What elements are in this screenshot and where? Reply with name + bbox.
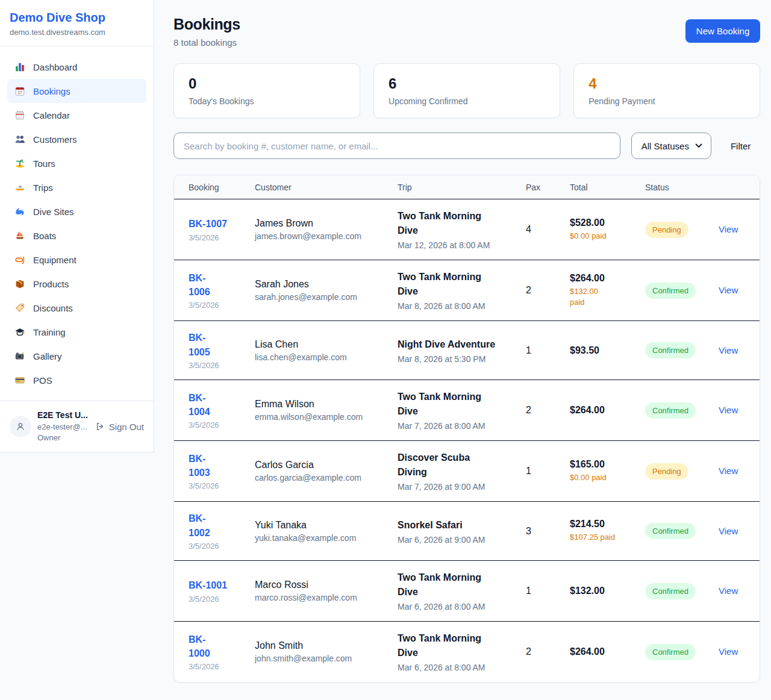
- sign-out-button[interactable]: Sign Out: [95, 422, 144, 432]
- column-header-actions: [719, 175, 745, 199]
- booking-id-link[interactable]: BK- 1000: [189, 633, 210, 660]
- wave-icon: [14, 206, 25, 217]
- customer-email: marco.rossi@example.com: [255, 593, 390, 602]
- customer-name: Sarah Jones: [255, 279, 390, 290]
- page-header: Bookings 8 total bookings New Booking: [173, 16, 760, 48]
- new-booking-button[interactable]: New Booking: [685, 19, 760, 43]
- sailboat-icon: [14, 230, 25, 241]
- total-amount: $93.50: [570, 345, 638, 356]
- booking-id-link[interactable]: BK- 1004: [189, 391, 210, 419]
- sidebar-item-label: Customers: [33, 134, 77, 145]
- sidebar-item-label: Boats: [33, 231, 56, 241]
- sidebar-item-gallery[interactable]: Gallery: [7, 344, 146, 368]
- sidebar-item-dashboard[interactable]: Dashboard: [7, 55, 146, 79]
- sidebar-item-bookings[interactable]: 17 Bookings: [7, 79, 146, 103]
- user-email: e2e-tester@...: [37, 422, 88, 432]
- stat-label: Today's Bookings: [189, 96, 345, 106]
- sidebar-item-label: Dashboard: [33, 62, 77, 72]
- avatar: [10, 416, 31, 437]
- column-header-pax: Pax: [526, 175, 570, 199]
- view-link[interactable]: View: [719, 646, 738, 657]
- sidebar-item-label: POS: [33, 375, 52, 386]
- paid-amount: $0.00 paid: [570, 231, 638, 242]
- trip-time: Mar 7, 2026 at 8:00 AM: [398, 421, 519, 431]
- booking-id-link[interactable]: BK- 1006: [189, 271, 210, 299]
- booking-id-link[interactable]: BK-1007: [189, 217, 227, 231]
- sidebar-item-label: Training: [33, 327, 66, 337]
- view-link[interactable]: View: [719, 526, 738, 536]
- user-meta: E2E Test U... e2e-tester@... Owner: [37, 410, 88, 443]
- sidebar-footer: E2E Test U... e2e-tester@... Owner Sign …: [0, 401, 154, 452]
- sidebar-item-label: Trips: [33, 183, 53, 193]
- stat-value: 6: [389, 75, 545, 92]
- total-amount: $528.00: [570, 217, 638, 228]
- customer-name: Marco Rossi: [255, 580, 390, 590]
- camera-icon: [14, 351, 25, 361]
- page-title: Bookings: [173, 16, 240, 33]
- paid-amount: $132.00 paid: [570, 286, 638, 308]
- main-content: Bookings 8 total bookings New Booking 0 …: [154, 0, 771, 700]
- status-badge: Pending: [645, 222, 688, 238]
- customer-name: Yuki Tanaka: [255, 520, 390, 531]
- status-badge: Confirmed: [645, 644, 696, 660]
- pax-count: 4: [526, 224, 570, 235]
- booking-id-link[interactable]: BK-1001: [189, 578, 227, 592]
- brand: Demo Dive Shop demo.test.divestreams.com: [0, 0, 154, 46]
- view-link[interactable]: View: [719, 466, 738, 476]
- sidebar-item-trips[interactable]: Trips: [7, 175, 146, 199]
- package-icon: [14, 278, 25, 289]
- sidebar-item-discounts[interactable]: Discounts: [7, 296, 146, 320]
- booking-id-link[interactable]: BK- 1003: [189, 452, 210, 480]
- search-input[interactable]: [173, 133, 620, 159]
- status-select[interactable]: All Statuses: [631, 133, 711, 159]
- sidebar-item-boats[interactable]: Boats: [7, 223, 146, 248]
- stats-row: 0 Today's Bookings 6 Upcoming Confirmed …: [173, 63, 760, 118]
- view-link[interactable]: View: [719, 586, 738, 596]
- pax-count: 2: [526, 646, 570, 657]
- user-name: E2E Test U...: [37, 410, 88, 421]
- trip-name: Discover Scuba Diving: [398, 451, 519, 480]
- stat-value: 4: [588, 75, 745, 92]
- stat-card-upcoming-confirmed: 6 Upcoming Confirmed: [373, 63, 560, 118]
- booking-date: 3/5/2026: [189, 542, 248, 551]
- sidebar-item-equipment[interactable]: Equipment: [7, 248, 146, 272]
- table-row: BK-10073/5/2026 James Brownjames.brown@e…: [174, 199, 760, 260]
- sidebar-item-label: Discounts: [33, 303, 73, 313]
- booking-id-link[interactable]: BK- 1002: [189, 511, 210, 539]
- sidebar-item-calendar[interactable]: Calendar: [7, 103, 146, 127]
- customer-name: Lisa Chen: [255, 339, 390, 350]
- pax-count: 1: [526, 345, 570, 356]
- sidebar-item-customers[interactable]: Customers: [7, 127, 146, 151]
- brand-name: Demo Dive Shop: [10, 11, 144, 25]
- sidebar-item-pos[interactable]: POS: [7, 368, 146, 392]
- column-header-trip: Trip: [398, 175, 526, 199]
- trip-name: Two Tank Morning Dive: [398, 209, 519, 238]
- view-link[interactable]: View: [719, 224, 738, 234]
- table-row: BK-10013/5/2026 Marco Rossimarco.rossi@e…: [174, 561, 760, 622]
- view-link[interactable]: View: [719, 345, 738, 355]
- status-badge: Pending: [645, 463, 688, 480]
- sidebar-item-products[interactable]: Products: [7, 272, 146, 296]
- calendar-icon: 17: [14, 86, 25, 96]
- sidebar-item-dive-sites[interactable]: Dive Sites: [7, 199, 146, 223]
- view-link[interactable]: View: [719, 405, 738, 415]
- column-header-total: Total: [570, 175, 645, 199]
- column-header-customer: Customer: [255, 175, 398, 199]
- sidebar-item-tours[interactable]: Tours: [7, 151, 146, 175]
- customer-name: Emma Wilson: [255, 399, 390, 410]
- trip-name: Two Tank Morning Dive: [398, 270, 519, 299]
- trip-name: Snorkel Safari: [398, 518, 519, 533]
- booking-date: 3/5/2026: [189, 481, 248, 490]
- stat-card-pending-payment: 4 Pending Payment: [573, 63, 760, 118]
- graduation-cap-icon: [14, 327, 25, 337]
- filters-row: All Statuses Filter: [173, 133, 760, 159]
- booking-id-link[interactable]: BK- 1005: [189, 331, 210, 358]
- sidebar-item-label: Bookings: [33, 86, 70, 96]
- sidebar-item-label: Equipment: [33, 255, 76, 265]
- speedboat-icon: [14, 182, 25, 193]
- stat-card-todays-bookings: 0 Today's Bookings: [173, 63, 360, 118]
- table-row: BK- 10023/5/2026 Yuki Tanakayuki.tanaka@…: [174, 502, 760, 561]
- filter-button[interactable]: Filter: [721, 141, 760, 151]
- view-link[interactable]: View: [719, 285, 738, 295]
- sidebar-item-training[interactable]: Training: [7, 320, 146, 344]
